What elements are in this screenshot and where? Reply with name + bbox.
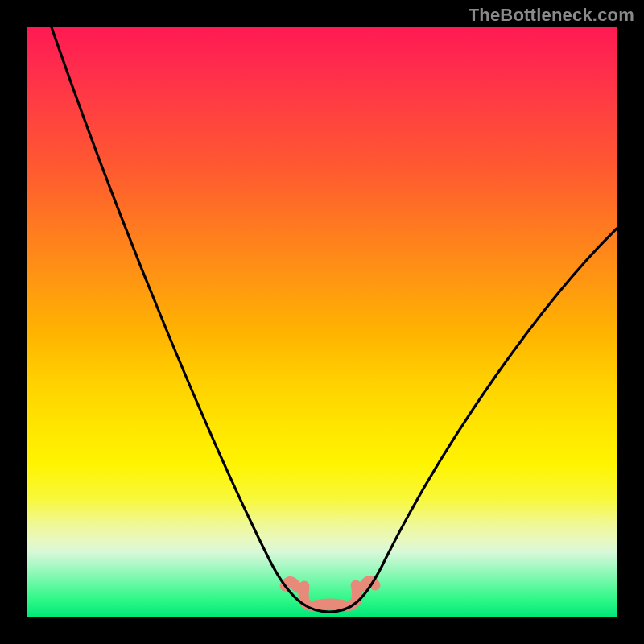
bottleneck-curve	[52, 27, 617, 612]
watermark-text: TheBottleneck.com	[469, 5, 634, 26]
chart-frame: TheBottleneck.com	[0, 0, 644, 644]
plot-area	[27, 27, 617, 617]
curve-layer	[27, 27, 617, 617]
